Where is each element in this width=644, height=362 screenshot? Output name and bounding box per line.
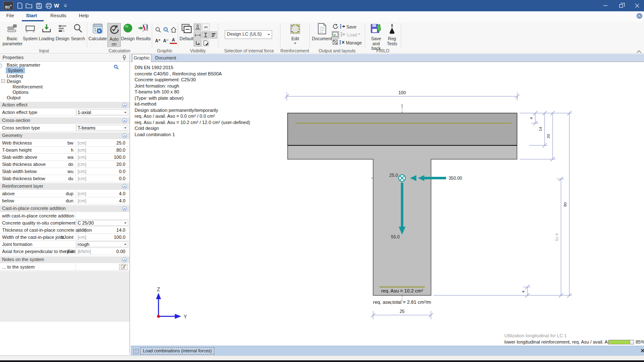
reg-tests-button[interactable]: Reg Tests	[385, 23, 399, 46]
open-folder-icon[interactable]	[25, 2, 33, 9]
edit-notes-button[interactable]	[119, 264, 127, 270]
pin-icon[interactable]	[122, 55, 126, 61]
minimize-button[interactable]	[598, 0, 613, 11]
auto-on-icon	[108, 23, 120, 37]
menu-results[interactable]: Results	[50, 13, 66, 18]
menu-file[interactable]: File	[6, 13, 14, 18]
tree-item-options[interactable]: Options	[13, 90, 29, 95]
design-lc-combobox[interactable]: Design LC (ULS)	[225, 30, 272, 39]
zoom-window-icon[interactable]	[162, 26, 169, 33]
ribbon-options-icon[interactable]	[636, 13, 642, 19]
tree-item-design[interactable]: Design	[7, 79, 21, 84]
tree-item-basic-parameter[interactable]: Basic parameter	[7, 62, 40, 67]
collapse-section-icon[interactable]	[122, 118, 127, 123]
toggle-dimensions-icon[interactable]	[194, 31, 201, 39]
calculate-button[interactable]: Calculate	[88, 23, 107, 41]
design-button[interactable]: Design	[55, 23, 70, 41]
default-visibility-button[interactable]: Default	[179, 23, 194, 41]
row-slab-thickness-below: Slab thickness belowdu[cm]0.0	[0, 175, 130, 182]
section-reinforcement-layer[interactable]: Reinforcement layer	[0, 183, 130, 190]
layout-save-icon	[340, 24, 345, 30]
value-field[interactable]: 0.00	[117, 249, 125, 254]
group-label-reinforcement: Reinforcement	[276, 48, 314, 53]
section-cross-section[interactable]: Cross-section	[0, 117, 130, 124]
tree-item-output[interactable]: Output	[7, 95, 21, 100]
graphic-viewport[interactable]: DIN EN 1992:2015 concrete C40/50 , Reinf…	[131, 62, 644, 346]
menu-start[interactable]: Start	[26, 13, 37, 18]
tree-item-system[interactable]: System	[6, 67, 25, 73]
value-field[interactable]: 4.0	[119, 198, 125, 203]
section-geometry[interactable]: Geometry	[0, 132, 130, 139]
value-field[interactable]: 14.0	[117, 228, 125, 233]
toggle-page-icon[interactable]	[202, 39, 209, 47]
toggle-axes-icon[interactable]	[194, 39, 201, 47]
table-icon	[133, 348, 139, 356]
new-file-icon[interactable]	[16, 2, 23, 9]
font-larger-button[interactable]: A⁺	[154, 37, 161, 44]
font-smaller-button[interactable]: A⁻	[162, 37, 169, 44]
cross-section-type-select[interactable]: T-beams	[76, 125, 128, 131]
print-icon[interactable]	[45, 2, 52, 9]
section-action-effect[interactable]: Action effect	[0, 102, 130, 109]
tree-collapse-all-icon[interactable]	[0, 63, 2, 68]
value-field[interactable]: 80.0	[117, 147, 125, 153]
save-and-back-button[interactable]: Save and back	[367, 23, 385, 51]
collapse-ribbon-icon[interactable]	[636, 48, 641, 51]
toggle-text-icon[interactable]: ab	[202, 23, 210, 31]
basic-parameter-button[interactable]: Basic parameter	[3, 23, 22, 46]
tree-item-reinforcement[interactable]: Reinforcement	[13, 84, 43, 89]
value-field[interactable]: 0.0	[119, 176, 125, 181]
collapse-section-icon[interactable]	[122, 257, 127, 262]
tab-document[interactable]: Document	[155, 55, 176, 60]
dim-label-addition: 14	[538, 127, 543, 132]
edit-reinforcement-button[interactable]: Edit	[287, 23, 304, 46]
design-results-sphere-button[interactable]: Design	[121, 23, 135, 41]
search-button[interactable]: Search	[70, 23, 86, 41]
value-field[interactable]: 0.0	[119, 169, 125, 174]
value-field[interactable]: 100.0	[114, 155, 125, 160]
layout-manage-button[interactable]: Manage	[332, 39, 362, 46]
font-color-button[interactable]: A	[170, 37, 177, 44]
app-icon[interactable]: B2+	[3, 1, 13, 10]
tree-item-loading[interactable]: Loading	[7, 73, 23, 78]
save-icon[interactable]	[35, 2, 43, 9]
toggle-forces-icon[interactable]	[210, 31, 217, 39]
load-combinations-tab[interactable]: Load combinations (internal forces)	[140, 347, 214, 354]
system-icon	[22, 23, 39, 36]
value-field[interactable]: 25.0	[117, 140, 125, 145]
layout-save-button[interactable]: Save	[332, 23, 356, 30]
value-field[interactable]: 4.0	[119, 191, 125, 196]
collapse-section-icon[interactable]	[122, 206, 127, 211]
section-cast-in-place[interactable]: Cast-in-place concrete addition	[0, 205, 130, 212]
section-notes[interactable]: Notes on the system	[0, 256, 130, 263]
joint-formation-select[interactable]: rough	[76, 241, 128, 247]
tab-graphic[interactable]: Graphic	[132, 54, 151, 62]
loading-button[interactable]: Loading	[39, 23, 55, 41]
results-button[interactable]: Results	[135, 23, 152, 41]
word-export-button[interactable]: W	[53, 2, 60, 9]
value-field[interactable]: 20.0	[117, 162, 125, 167]
zoom-out-icon[interactable]	[154, 26, 161, 33]
toggle-section-icon[interactable]	[202, 31, 209, 39]
collapse-section-icon[interactable]	[122, 184, 127, 189]
layout-load-button[interactable]: Load	[332, 31, 361, 39]
zoom-home-icon[interactable]	[170, 26, 177, 33]
tree-collapse-icon[interactable]: −	[1, 79, 5, 83]
toggle-supports-icon[interactable]	[194, 23, 201, 31]
close-button[interactable]	[630, 0, 644, 11]
action-effect-type-select[interactable]: 1-axial	[76, 109, 128, 115]
auto-on-toggle[interactable]: Auto on	[107, 23, 121, 47]
refresh-icon	[332, 23, 338, 30]
qat-more-icon[interactable]	[62, 2, 69, 9]
chevron-down-icon	[358, 34, 361, 36]
maximize-button[interactable]	[614, 0, 628, 11]
menu-help[interactable]: Help	[79, 13, 89, 18]
value-field[interactable]: 100.0	[114, 235, 125, 240]
collapse-section-icon[interactable]	[122, 103, 127, 108]
collapse-section-icon[interactable]	[122, 133, 127, 138]
concrete-quality-select[interactable]: C 25/30	[76, 220, 128, 226]
system-button[interactable]: System	[22, 23, 39, 41]
tree-search-icon[interactable]	[114, 64, 119, 71]
document-button[interactable]: Document	[312, 23, 332, 41]
horizontal-force-label: 350.00	[449, 176, 462, 181]
